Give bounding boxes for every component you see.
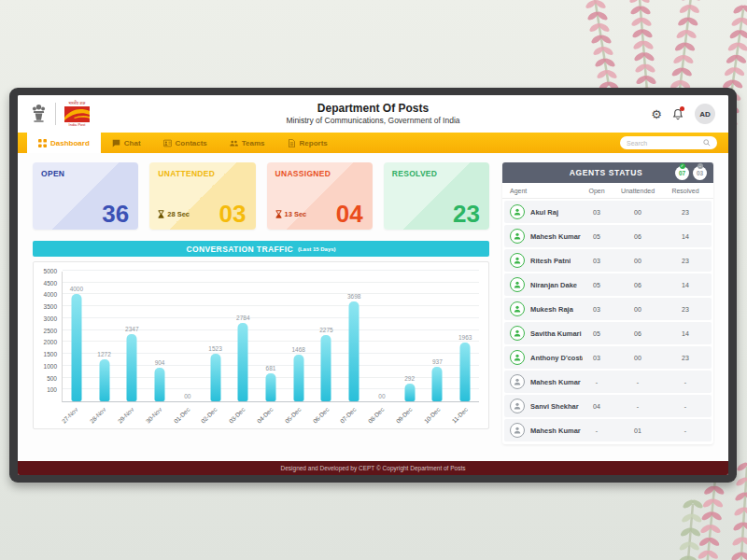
agent-name-cell: Mukesh Raja xyxy=(510,301,583,316)
x-tick-label: 01-Dec xyxy=(172,406,190,425)
offline-count-badge[interactable]: – 03 xyxy=(693,166,707,180)
gridline xyxy=(63,270,479,271)
dashboard-grid-icon xyxy=(38,139,47,147)
agent-open-count: - xyxy=(583,379,611,385)
agent-row[interactable]: Niranjan Dake050614 xyxy=(504,273,712,296)
x-tick: 29-Nov xyxy=(118,402,146,427)
chart-title: CONVERSATION TRAFFIC xyxy=(186,245,293,254)
avatar[interactable]: AD xyxy=(695,104,715,124)
india-post-logo-icon xyxy=(64,106,90,122)
agent-row[interactable]: Mahesh Kumar--- xyxy=(504,371,712,393)
chart-subtitle: (Last 15 Days) xyxy=(298,246,336,252)
bar-slot: 2784 xyxy=(229,272,257,401)
agent-open-count: 05 xyxy=(583,233,611,240)
india-post-hindi-label: भारतीय डाक xyxy=(69,102,86,105)
agent-row[interactable]: Savitha Kumari050614 xyxy=(504,322,712,344)
footer-text: Designed and Developed by CEPT © Copyrig… xyxy=(281,465,466,471)
x-tick-label: 02-Dec xyxy=(200,406,218,425)
offline-dot-icon: – xyxy=(698,163,703,169)
agents-col-header: Open xyxy=(583,188,611,194)
stat-timer-text: 28 Sec xyxy=(167,210,190,218)
online-count-badge[interactable]: ✓ 07 xyxy=(675,166,689,180)
stat-card-unassigned[interactable]: UNASSIGNED0413 Sec xyxy=(267,162,373,230)
agent-name: Niranjan Dake xyxy=(530,281,577,289)
agent-resolved-count: - xyxy=(665,379,706,385)
stat-timer: 28 Sec xyxy=(158,210,190,218)
bar-value-label: 681 xyxy=(266,365,276,371)
traffic-bar xyxy=(155,368,165,401)
stat-card-resolved[interactable]: RESOLVED23 xyxy=(384,162,489,230)
x-tick-label: 05-Dec xyxy=(283,406,302,425)
agents-column-headers: AgentOpenUnattendedResolved xyxy=(502,183,713,199)
agent-row[interactable]: Sanvi Shekhar04-- xyxy=(504,395,712,417)
nav-tab-reports[interactable]: Reports xyxy=(276,133,339,153)
agent-row[interactable]: Mukesh Raja030023 xyxy=(504,298,712,320)
traffic-bar xyxy=(210,354,220,401)
nav-tab-contacts[interactable]: Contacts xyxy=(152,133,218,153)
agent-row[interactable]: Anthony D'costa030023 xyxy=(504,346,712,369)
bar-value-label: 1468 xyxy=(292,346,305,353)
agent-row[interactable]: Mahesh Kumar-01- xyxy=(504,419,712,441)
bar-slot: 292 xyxy=(396,272,424,401)
agent-unattended-count: 06 xyxy=(611,233,665,240)
x-tick-label: 03-Dec xyxy=(228,406,247,425)
agent-avatar-online xyxy=(510,204,525,219)
agent-name-cell: Savitha Kumari xyxy=(510,326,583,341)
app-header: भारतीय डाक India Post Department Of Post… xyxy=(18,95,728,133)
gear-icon[interactable]: ⚙ xyxy=(651,108,662,120)
bar-slot: 3698 xyxy=(340,272,368,401)
nav-tab-teams[interactable]: Teams xyxy=(218,133,276,153)
traffic-bar xyxy=(321,335,331,401)
agent-row[interactable]: Akul Raj030023 xyxy=(504,201,712,223)
x-tick-label: 07-Dec xyxy=(339,406,358,425)
agents-rows: Akul Raj030023Mahesh Kumar050614Ritesh P… xyxy=(502,199,713,444)
bar-slots: 4000127223479040015232784681146822753698… xyxy=(63,272,479,401)
online-check-icon: ✓ xyxy=(680,163,685,169)
x-tick: 11-Dec xyxy=(451,402,479,427)
bar-value-label: 1963 xyxy=(458,334,472,341)
stat-value: 23 xyxy=(453,200,480,229)
x-tick: 02-Dec xyxy=(201,402,229,427)
chart-header: CONVERSATION TRAFFIC (Last 15 Days) xyxy=(33,241,489,257)
y-tick-label: 1500 xyxy=(44,351,57,357)
traffic-bar xyxy=(238,323,248,401)
agent-resolved-count: 14 xyxy=(665,233,706,240)
search-input[interactable] xyxy=(627,140,703,147)
search-icon xyxy=(703,139,711,147)
stat-cards-row: OPEN36UNATTENDED0328 SecUNASSIGNED0413 S… xyxy=(33,162,489,230)
bell-icon[interactable] xyxy=(672,107,684,120)
agent-avatar-online xyxy=(510,326,525,341)
logo-group: भारतीय डाक India Post xyxy=(31,101,171,128)
x-tick: 01-Dec xyxy=(173,402,201,427)
agent-row[interactable]: Ritesh Patni030023 xyxy=(504,249,712,272)
bar-value-label: 2275 xyxy=(319,327,332,333)
y-tick-label: 3500 xyxy=(44,303,57,310)
bar-slot: 1963 xyxy=(451,272,479,401)
dashboard-screen: भारतीय डाक India Post Department Of Post… xyxy=(18,95,728,475)
stat-label: UNATTENDED xyxy=(158,169,247,178)
agent-name: Savitha Kumari xyxy=(530,329,582,338)
x-tick-label: 27-Nov xyxy=(61,406,79,425)
nav-tab-dashboard[interactable]: Dashboard xyxy=(27,133,101,153)
x-tick: 28-Nov xyxy=(90,402,118,427)
nav-tab-chat[interactable]: Chat xyxy=(101,133,152,153)
agent-row[interactable]: Mahesh Kumar050614 xyxy=(504,225,712,247)
bar-slot: 1272 xyxy=(91,272,119,401)
stat-card-unattended[interactable]: UNATTENDED0328 Sec xyxy=(149,162,255,230)
stat-value: 04 xyxy=(336,200,363,229)
agent-avatar-offline xyxy=(510,374,525,389)
stat-timer-text: 13 Sec xyxy=(285,210,307,218)
agent-avatar-online xyxy=(510,301,525,316)
x-tick: 09-Dec xyxy=(396,402,424,427)
agent-name-cell: Ritesh Patni xyxy=(510,253,583,268)
page-title: Department Of Posts xyxy=(171,102,575,116)
search-box xyxy=(620,136,717,149)
x-tick: 10-Dec xyxy=(423,402,451,427)
x-tick: 03-Dec xyxy=(229,402,257,427)
stat-card-open[interactable]: OPEN36 xyxy=(33,162,138,230)
traffic-bar xyxy=(127,334,137,401)
y-tick-label: 2000 xyxy=(44,339,57,345)
agent-unattended-count: - xyxy=(611,403,665,410)
bar-slot: 4000 xyxy=(63,272,91,401)
x-tick: 06-Dec xyxy=(312,402,340,427)
